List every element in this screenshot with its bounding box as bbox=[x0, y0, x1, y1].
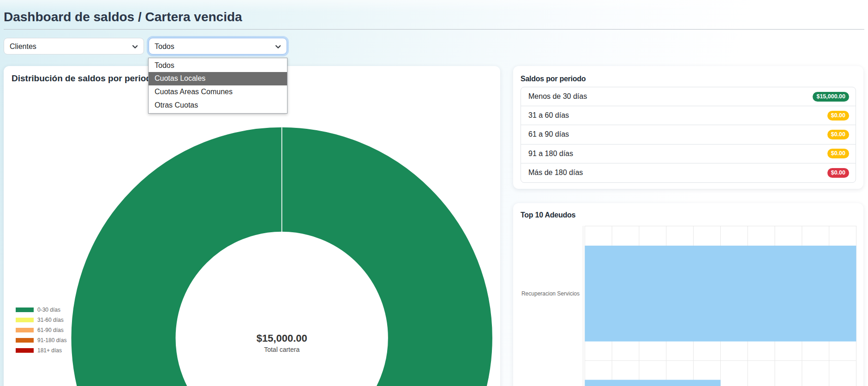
svg-text:Total cartera: Total cartera bbox=[264, 346, 299, 353]
svg-text:61-90 días: 61-90 días bbox=[37, 327, 64, 333]
svg-text:31-60 días: 31-60 días bbox=[37, 317, 64, 323]
svg-text:181+ días: 181+ días bbox=[37, 347, 62, 354]
svg-text:0-30 días: 0-30 días bbox=[37, 307, 60, 313]
svg-text:$15,000.00: $15,000.00 bbox=[257, 332, 307, 344]
svg-text:Recuperacion Servicios: Recuperacion Servicios bbox=[521, 290, 580, 297]
svg-text:91-180 días: 91-180 días bbox=[37, 337, 66, 344]
